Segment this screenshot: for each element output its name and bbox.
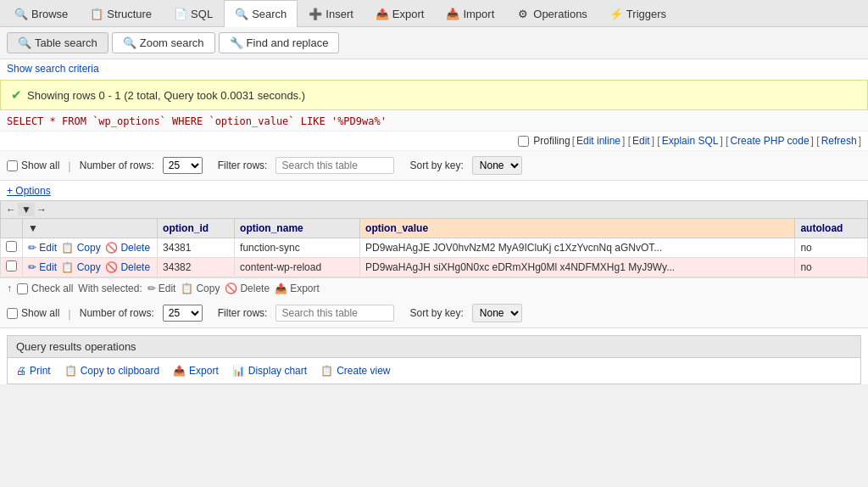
tab-browse[interactable]: 🔍 Browse — [3, 0, 79, 26]
ws-delete-link[interactable]: 🚫 Delete — [225, 283, 270, 294]
arrow-down-icon[interactable]: ▼ — [18, 203, 35, 216]
row2-check-input[interactable] — [6, 260, 17, 271]
show-criteria-text: Show search criteria — [7, 63, 99, 75]
tab-search-label: Search — [252, 8, 287, 20]
arrow-right-icon[interactable]: → — [36, 204, 47, 216]
tab-insert[interactable]: ➕ Insert — [298, 0, 364, 26]
row1-check-input[interactable] — [6, 241, 17, 252]
ws-edit-label: Edit — [159, 283, 176, 294]
options-link[interactable]: + Options — [7, 185, 51, 197]
row2-autoload: no — [795, 258, 868, 277]
refresh-link[interactable]: Refresh — [821, 135, 857, 147]
show-all-label-top[interactable]: Show all — [7, 160, 59, 171]
tab-structure-label: Structure — [107, 8, 152, 20]
tab-triggers-label: Triggers — [626, 8, 666, 20]
th-autoload[interactable]: autoload — [795, 219, 868, 238]
check-all-label[interactable]: Check all — [17, 283, 73, 294]
subtab-table-search[interactable]: 🔍 Table search — [7, 32, 108, 53]
insert-icon: ➕ — [309, 7, 322, 20]
arrow-up-icon: ↑ — [7, 283, 12, 294]
ws-edit-link[interactable]: ✏ Edit — [147, 283, 176, 294]
query-results-operations: Query results operations 🖨 Print 📋 Copy … — [7, 335, 861, 384]
row2-option-id: 34382 — [158, 258, 235, 277]
show-all-checkbox-bottom[interactable] — [7, 308, 18, 319]
subtab-zoom-search[interactable]: 🔍 Zoom search — [112, 32, 215, 53]
ws-export-link[interactable]: 📤 Export — [275, 283, 320, 294]
row2-edit-link[interactable]: ✏ Edit — [28, 261, 57, 273]
check-icon: ✔ — [11, 87, 22, 103]
row1-delete-link[interactable]: 🚫 Delete — [105, 242, 150, 254]
tab-sql-label: SQL — [191, 8, 213, 20]
row2-copy-link[interactable]: 📋 Copy — [61, 261, 100, 273]
sort-select-top[interactable]: None — [472, 156, 522, 175]
row1-checkbox[interactable] — [1, 238, 23, 258]
check-all-checkbox[interactable] — [17, 283, 28, 294]
find-replace-icon: 🔧 — [230, 36, 243, 49]
th-option-name[interactable]: option_name — [235, 219, 360, 238]
tab-import[interactable]: 📥 Import — [435, 0, 505, 26]
tab-triggers[interactable]: ⚡ Triggers — [598, 0, 677, 26]
filter-label-bottom: Filter rows: — [218, 307, 268, 319]
row2-option-value: PD9waHAgJH siXHg0N0xc eDRmXHg0Ml x4NDFMX… — [360, 258, 795, 277]
edit-link[interactable]: Edit — [632, 135, 650, 147]
filter-label-top: Filter rows: — [218, 160, 268, 171]
ws-delete-icon: 🚫 — [225, 283, 237, 294]
export-results-link[interactable]: 📤 Export — [173, 365, 219, 377]
th-option-id[interactable]: option_id — [158, 219, 235, 238]
explain-sql-link[interactable]: Explain SQL — [662, 135, 719, 147]
copy-clipboard-icon: 📋 — [64, 365, 77, 377]
show-all-checkbox-top[interactable] — [7, 160, 18, 171]
tab-search[interactable]: 🔍 Search — [224, 0, 298, 27]
sub-tabs: 🔍 Table search 🔍 Zoom search 🔧 Find and … — [0, 27, 868, 59]
row1-edit-link[interactable]: ✏ Edit — [28, 242, 57, 254]
export-icon: 📤 — [376, 7, 389, 20]
tab-insert-label: Insert — [326, 8, 353, 20]
show-all-text-bottom: Show all — [21, 307, 59, 319]
ws-delete-label: Delete — [240, 283, 270, 294]
rows-select-bottom[interactable]: 25 50 100 — [163, 305, 203, 322]
th-option-value[interactable]: option_value — [360, 219, 795, 238]
rows-select-top[interactable]: 25 50 100 — [163, 157, 203, 174]
table-row: ✏ Edit 📋 Copy 🚫 Delete 34382 content-wp-… — [1, 258, 868, 277]
tab-structure[interactable]: 📋 Structure — [79, 0, 163, 26]
create-php-code-link[interactable]: Create PHP code — [730, 135, 809, 147]
show-all-label-bottom[interactable]: Show all — [7, 307, 59, 319]
row2-checkbox[interactable] — [1, 258, 23, 277]
tab-import-label: Import — [463, 8, 494, 20]
copy-clipboard-label: Copy to clipboard — [81, 365, 159, 377]
subtab-find-replace[interactable]: 🔧 Find and replace — [219, 32, 340, 53]
sql-icon: 📄 — [174, 7, 187, 20]
row1-copy-link[interactable]: 📋 Copy — [61, 242, 100, 254]
show-criteria-link[interactable]: Show search criteria — [0, 59, 868, 78]
sort-arrows-icon: ▼ — [28, 222, 38, 234]
filter-input-bottom[interactable] — [275, 305, 394, 322]
copy-clipboard-link[interactable]: 📋 Copy to clipboard — [64, 365, 159, 377]
profiling-checkbox[interactable] — [518, 136, 529, 147]
print-link[interactable]: 🖨 Print — [16, 365, 51, 377]
profiling-label: Profiling — [533, 135, 570, 147]
ws-export-icon: 📤 — [275, 283, 287, 294]
query-ops-title: Query results operations — [8, 336, 860, 358]
row1-option-id: 34381 — [158, 238, 235, 258]
edit-inline-link[interactable]: Edit inline — [576, 135, 620, 147]
create-view-link[interactable]: 📋 Create view — [320, 365, 390, 377]
row1-actions: ✏ Edit 📋 Copy 🚫 Delete — [23, 238, 158, 258]
arrow-left-icon[interactable]: ← — [6, 204, 16, 216]
zoom-search-icon: 🔍 — [123, 36, 136, 49]
structure-icon: 📋 — [90, 7, 103, 20]
row2-delete-link[interactable]: 🚫 Delete — [105, 261, 150, 273]
export-results-icon: 📤 — [173, 365, 186, 377]
operations-icon: ⚙ — [516, 7, 530, 20]
print-icon: 🖨 — [16, 365, 26, 377]
with-selected-bar: ↑ Check all With selected: ✏ Edit 📋 Copy… — [0, 277, 868, 299]
rows-label-top: Number of rows: — [80, 160, 154, 171]
tab-export[interactable]: 📤 Export — [364, 0, 436, 26]
tab-browse-label: Browse — [31, 8, 68, 20]
display-chart-link[interactable]: 📊 Display chart — [232, 365, 307, 377]
ws-copy-link[interactable]: 📋 Copy — [181, 283, 220, 294]
tab-sql[interactable]: 📄 SQL — [163, 0, 224, 26]
tab-operations[interactable]: ⚙ Operations — [505, 0, 598, 26]
query-ops-title-text: Query results operations — [16, 340, 136, 353]
filter-input-top[interactable] — [275, 157, 394, 174]
sort-select-bottom[interactable]: None — [472, 304, 522, 322]
